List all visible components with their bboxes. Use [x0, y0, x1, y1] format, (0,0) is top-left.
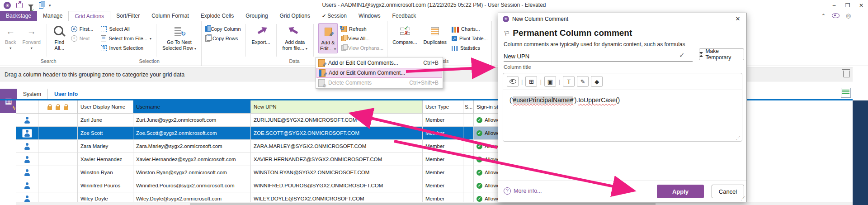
insert-field-button[interactable]: ⊞	[525, 76, 537, 87]
ribbon-group-search: ← Back▾ → Forward▾ FindAll... A First...	[0, 21, 97, 66]
table-row-selected[interactable]: Zoe Scott Zoe.Scott@sygx2.onmicrosoft.co…	[16, 127, 527, 140]
refresh-button[interactable]: Refresh	[341, 25, 383, 33]
column-header-display-name[interactable]: User Display Name	[78, 100, 133, 113]
dialog-resize-grip[interactable]	[741, 195, 745, 201]
charts-button[interactable]: Charts...	[452, 25, 488, 33]
column-header-username[interactable]: Username	[133, 100, 251, 113]
column-header-user-type[interactable]: User Type	[423, 100, 463, 113]
formula-text[interactable]: ('#userPrincipalName#').toUpperCase()	[503, 90, 742, 110]
invert-selection-button[interactable]: Invert Selection	[101, 44, 151, 52]
menu-item-delete-comments[interactable]: Delete Comments Ctrl+Shift+B	[316, 78, 442, 88]
textarea-resize-grip[interactable]	[736, 135, 741, 140]
select-all-button[interactable]: Select All	[101, 25, 151, 33]
find-all-button[interactable]: FindAll...	[52, 23, 67, 52]
rows-jump-icon	[175, 27, 181, 36]
export-arrow-icon	[258, 29, 264, 33]
highlight-color-button[interactable]: ◆	[591, 76, 603, 87]
duplicates-button[interactable]: Duplicates	[422, 23, 448, 46]
comment-formula-editor[interactable]: | ⊞ | ▣ | T ✎ ◆ ('#userPrincipalName#').…	[503, 73, 742, 142]
scrollbar-thumb[interactable]	[190, 203, 656, 205]
trash-icon[interactable]	[843, 71, 850, 77]
tab-explode-cells[interactable]: Explode Cells	[195, 11, 240, 21]
grid-header-row: User Display Name Username New UPN User …	[16, 100, 527, 114]
table-row[interactable]: Winnifred Pouros Winnifred.Pouros@sygx2.…	[16, 179, 527, 192]
app-logo-icon	[503, 16, 509, 22]
tab-sort-filter[interactable]: Sort/Filter	[110, 11, 146, 21]
make-temporary-button[interactable]: Make Temporary	[699, 48, 744, 60]
view-orphans-button[interactable]: View Orphans...	[341, 44, 383, 52]
search-icon	[54, 26, 63, 35]
dialog-subtitle: Column comments are typically used for d…	[504, 41, 685, 48]
add-and-edit-button[interactable]: Add & Edit... ▾	[318, 23, 338, 53]
refresh-icon	[341, 26, 347, 32]
minimize-button[interactable]: –	[827, 0, 841, 11]
edit-document-icon	[325, 28, 332, 36]
column-title-input[interactable]: New UPN	[504, 51, 693, 62]
tab-session[interactable]: Session	[316, 11, 353, 21]
add-data-from-file-button[interactable]: Add data from file... ▾	[281, 23, 309, 52]
window-title: Users - AADMIN1@sygx2.onmicrosoft.com (1…	[0, 2, 868, 8]
target-icon[interactable]	[846, 13, 851, 19]
header-lock-cells[interactable]	[38, 100, 78, 113]
tab-grid-actions[interactable]: Grid Actions	[68, 11, 110, 21]
export-button[interactable]: Export...	[250, 23, 272, 46]
side-panel-bar[interactable]	[853, 100, 868, 205]
pivot-table-button[interactable]: Pivot Table...	[452, 34, 488, 43]
maximize-button[interactable]: ❐	[841, 0, 854, 11]
tab-column-format[interactable]: Column Format	[146, 11, 195, 21]
import-arrow-icon	[292, 29, 298, 33]
view-all-button[interactable]: View All...	[341, 34, 383, 43]
hourglass-icon	[699, 52, 703, 57]
table-row[interactable]: Xavier Hernandez Xavier.Hernandez@sygx2.…	[16, 153, 527, 166]
column-title-label: Column title	[504, 64, 531, 70]
allowed-check-icon	[476, 130, 482, 136]
insert-comment-button[interactable]: ▣	[544, 76, 556, 87]
tab-grouping[interactable]: Grouping	[240, 11, 274, 21]
menu-item-cell-comments[interactable]: Add or Edit Cell Comments... Ctrl+B	[316, 58, 442, 68]
cancel-button[interactable]: Cancel	[712, 185, 744, 198]
select-from-file-button[interactable]: Select from File...▾	[101, 34, 151, 43]
eye-icon[interactable]	[832, 13, 840, 18]
tab-manage[interactable]: Manage	[37, 11, 68, 21]
formula-token: #userPrincipalName#	[513, 96, 573, 104]
permanent-flag-icon	[504, 29, 510, 38]
more-info-link[interactable]: More info...	[504, 187, 542, 195]
compare-button[interactable]: Compare...	[391, 23, 418, 46]
horizontal-scrollbar[interactable]	[16, 202, 853, 205]
forward-button[interactable]: → Forward▾	[21, 23, 42, 52]
table-row[interactable]: Zuri June Zuri.June@sygx2.onmicrosoft.co…	[16, 114, 527, 127]
go-to-next-selected-row-button[interactable]: Go To Next Selected Row ▾	[161, 23, 198, 52]
tab-windows[interactable]: Windows	[353, 11, 387, 21]
tab-user-info[interactable]: User Info	[47, 89, 84, 99]
bar-chart-icon	[452, 27, 459, 33]
helper-button[interactable]: ✎	[577, 76, 589, 87]
table-row[interactable]: Winston Ryan Winston.Ryan@sygx2.onmicros…	[16, 166, 527, 179]
table-row[interactable]: Zara Marley Zara.Marley@sygx2.onmicrosof…	[16, 140, 527, 153]
copy-column-button[interactable]: Copy Column	[205, 25, 241, 33]
column-chooser-icon[interactable]	[841, 88, 851, 98]
header-row-selector[interactable]	[16, 100, 38, 113]
tab-feedback[interactable]: Feedback	[387, 11, 422, 21]
first-button[interactable]: A First...	[71, 25, 94, 33]
apply-button[interactable]: Apply	[657, 185, 704, 198]
lock-icon	[56, 106, 60, 110]
lock-icon	[47, 106, 52, 110]
tab-backstage[interactable]: Backstage	[0, 11, 37, 21]
allowed-check-icon	[476, 170, 482, 176]
text-format-button[interactable]: T	[563, 76, 575, 87]
formula-function: toUpperCase	[578, 96, 616, 104]
copy-rows-button[interactable]: Copy Rows	[205, 34, 241, 43]
dialog-close-icon[interactable]	[734, 15, 742, 22]
close-button[interactable]: ✕	[854, 0, 868, 11]
column-header-new-upn[interactable]: New UPN	[251, 100, 423, 113]
menu-item-column-comment[interactable]: Add or Edit Column Comment...	[316, 68, 442, 78]
column-header-s[interactable]: S...	[463, 100, 474, 113]
back-button[interactable]: ← Back▾	[4, 23, 17, 52]
tab-system[interactable]: System	[17, 89, 47, 99]
visibility-eye-button[interactable]	[507, 76, 519, 87]
statistics-button[interactable]: Statistics	[452, 44, 488, 52]
collapse-ribbon-icon[interactable]: ⌃	[821, 13, 825, 18]
tab-grid-options[interactable]: Grid Options	[274, 11, 316, 21]
next-button[interactable]: › Next	[71, 34, 94, 43]
dialog-footer: More info... Apply Cancel	[498, 181, 746, 202]
